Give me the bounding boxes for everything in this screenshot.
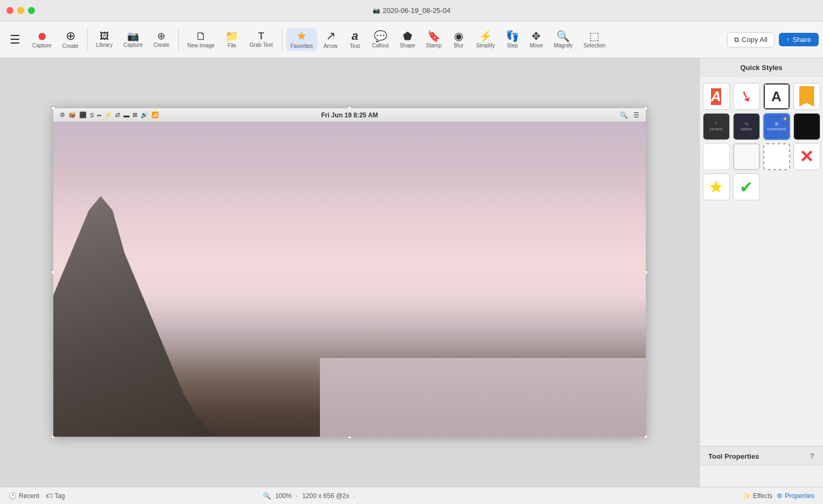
effects-label: Effects bbox=[753, 492, 772, 500]
capture-button[interactable]: ⏺ Capture bbox=[28, 29, 56, 51]
favorites-icon: ★ bbox=[296, 30, 307, 42]
landscape-photo bbox=[53, 122, 646, 437]
blur-icon: ◉ bbox=[454, 31, 463, 41]
blur-label: Blur bbox=[454, 43, 464, 48]
mac-menubar-left-icons: ⚙ 📦 ⬛ S ▪▪ ⚡ ⇄ ▬ ⊠ 🔊 📶 bbox=[60, 111, 159, 118]
recent-label: Recent bbox=[19, 492, 39, 500]
share-button[interactable]: ↑ Share bbox=[779, 33, 819, 46]
minimize-button[interactable] bbox=[17, 7, 24, 14]
qs-white3[interactable] bbox=[763, 143, 790, 170]
separator-2 bbox=[178, 29, 179, 51]
favorites-button[interactable]: ★ Favorites bbox=[287, 28, 317, 51]
effects-button[interactable]: ✨ Effects bbox=[743, 492, 772, 500]
qs-command-kbd[interactable]: ★ ⌘ command bbox=[763, 113, 790, 140]
file-capture-label: Capture bbox=[123, 42, 143, 48]
step-icon: 👣 bbox=[506, 31, 519, 41]
selection-icon: ⬚ bbox=[589, 31, 599, 41]
grab-text-icon: T bbox=[258, 31, 264, 41]
callout-button[interactable]: 💬 Callout bbox=[368, 29, 393, 51]
mac-icon-4: S bbox=[90, 112, 94, 118]
properties-button[interactable]: ⚙ Properties bbox=[777, 492, 814, 500]
qs-arrow[interactable]: ➘ bbox=[733, 83, 760, 110]
file-capture-button[interactable]: 📷 Capture bbox=[119, 29, 147, 50]
qs-red-a[interactable]: A bbox=[703, 83, 730, 110]
magnify-icon: 🔍 bbox=[556, 31, 570, 41]
step-button[interactable]: 👣 Step bbox=[501, 29, 524, 51]
simplify-label: Simplify bbox=[476, 43, 495, 48]
library-icon: 🖼 bbox=[100, 31, 109, 41]
mac-icon-1: ⚙ bbox=[60, 111, 65, 118]
mac-icon-9: ⊠ bbox=[132, 111, 137, 118]
menu-button[interactable]: ☰ bbox=[4, 32, 26, 48]
qs-control-kbd[interactable]: ⌃ control bbox=[703, 113, 730, 140]
move-icon: ✥ bbox=[532, 31, 541, 41]
mac-icon-7: ⇄ bbox=[115, 111, 120, 118]
qs-x-red[interactable]: ✕ bbox=[793, 143, 820, 170]
step-label: Step bbox=[507, 43, 518, 48]
qs-bookmark[interactable] bbox=[793, 83, 820, 110]
simplify-button[interactable]: ⚡ Simplify bbox=[472, 29, 499, 51]
maximize-button[interactable] bbox=[28, 7, 35, 14]
main-area: ⚙ 📦 ⬛ S ▪▪ ⚡ ⇄ ▬ ⊠ 🔊 📶 Fri Jun 19 8:25 A… bbox=[0, 58, 823, 487]
recent-button[interactable]: 🕐 Recent bbox=[9, 492, 39, 500]
text-button[interactable]: a Text bbox=[344, 28, 366, 51]
effects-icon: ✨ bbox=[743, 492, 751, 500]
qs-check[interactable]: ✔ bbox=[733, 173, 760, 200]
qs-black-bar[interactable] bbox=[793, 113, 820, 140]
tag-button[interactable]: 🏷 Tag bbox=[46, 492, 65, 500]
canvas-container: ⚙ 📦 ⬛ S ▪▪ ⚡ ⇄ ▬ ⊠ 🔊 📶 Fri Jun 19 8:25 A… bbox=[53, 108, 646, 437]
qs-command-inner: ★ ⌘ command bbox=[764, 114, 789, 139]
mac-search-icon: 🔍 bbox=[620, 111, 628, 119]
separator-3 bbox=[282, 29, 282, 51]
properties-label: Properties bbox=[785, 492, 814, 500]
mac-icon-6: ⚡ bbox=[104, 111, 112, 118]
qs-red-a-inner: A bbox=[711, 88, 721, 105]
hamburger-icon: ☰ bbox=[10, 34, 20, 46]
magnify-label: Magnify bbox=[554, 43, 573, 48]
qs-check-inner: ✔ bbox=[740, 178, 753, 197]
quick-styles-title: Quick Styles bbox=[700, 58, 823, 76]
create-tool-label: Create bbox=[154, 42, 170, 48]
stamp-button[interactable]: 🔖 Stamp bbox=[422, 29, 446, 51]
create-tool-button[interactable]: ⊕ Create bbox=[149, 29, 174, 50]
qs-star[interactable]: ★ bbox=[703, 173, 730, 200]
mac-menubar-right: 🔍 ☰ bbox=[620, 111, 639, 119]
zoom-icon: 🔍 bbox=[263, 492, 271, 500]
tool-properties-title: Tool Properties bbox=[708, 452, 759, 460]
callout-label: Callout bbox=[372, 43, 389, 48]
close-button[interactable] bbox=[6, 7, 13, 14]
mac-menubar: ⚙ 📦 ⬛ S ▪▪ ⚡ ⇄ ▬ ⊠ 🔊 📶 Fri Jun 19 8:25 A… bbox=[53, 108, 646, 122]
file-button[interactable]: 📁 File bbox=[221, 29, 243, 51]
status-bar: 🕐 Recent 🏷 Tag 🔍 100% · 1200 x 656 @2x ·… bbox=[0, 487, 823, 504]
create-button[interactable]: ⊕ Create bbox=[58, 28, 83, 51]
copy-all-button[interactable]: ⧉ Copy All bbox=[727, 32, 775, 47]
canvas-area[interactable]: ⚙ 📦 ⬛ S ▪▪ ⚡ ⇄ ▬ ⊠ 🔊 📶 Fri Jun 19 8:25 A… bbox=[0, 58, 699, 487]
new-image-button[interactable]: 🗋 New Image bbox=[183, 29, 219, 51]
qs-white1[interactable] bbox=[703, 143, 730, 170]
simplify-icon: ⚡ bbox=[479, 31, 492, 41]
move-button[interactable]: ✥ Move bbox=[526, 29, 547, 51]
favorites-label: Favorites bbox=[291, 43, 313, 49]
tag-icon: 🏷 bbox=[46, 492, 52, 500]
shape-button[interactable]: ⬟ Shape bbox=[395, 29, 420, 51]
blur-button[interactable]: ◉ Blur bbox=[448, 29, 470, 51]
selection-button[interactable]: ⬚ Selection bbox=[579, 29, 610, 51]
qs-text-a[interactable]: A bbox=[763, 83, 790, 110]
mac-icon-5: ▪▪ bbox=[97, 112, 101, 118]
text-icon: a bbox=[352, 30, 358, 42]
stamp-icon: 🔖 bbox=[427, 31, 441, 41]
clock-icon: 🕐 bbox=[9, 492, 17, 500]
right-sidebar: Quick Styles A ➘ A ⌃ control bbox=[699, 58, 823, 487]
qs-white2[interactable] bbox=[733, 143, 760, 170]
grab-text-button[interactable]: T Grab Text bbox=[245, 29, 277, 50]
mac-icon-10: 🔊 bbox=[141, 111, 148, 118]
qs-option-kbd[interactable]: ⌥ option bbox=[733, 113, 760, 140]
magnify-button[interactable]: 🔍 Magnify bbox=[549, 29, 577, 51]
mac-list-icon: ☰ bbox=[633, 111, 639, 119]
arrow-button[interactable]: ↗ Arrow bbox=[319, 28, 342, 51]
library-button[interactable]: 🖼 Library bbox=[92, 29, 117, 50]
help-icon[interactable]: ? bbox=[810, 452, 814, 460]
dimensions-separator: · bbox=[354, 492, 355, 500]
separator-1 bbox=[87, 29, 88, 51]
arrow-icon: ↗ bbox=[326, 30, 336, 42]
